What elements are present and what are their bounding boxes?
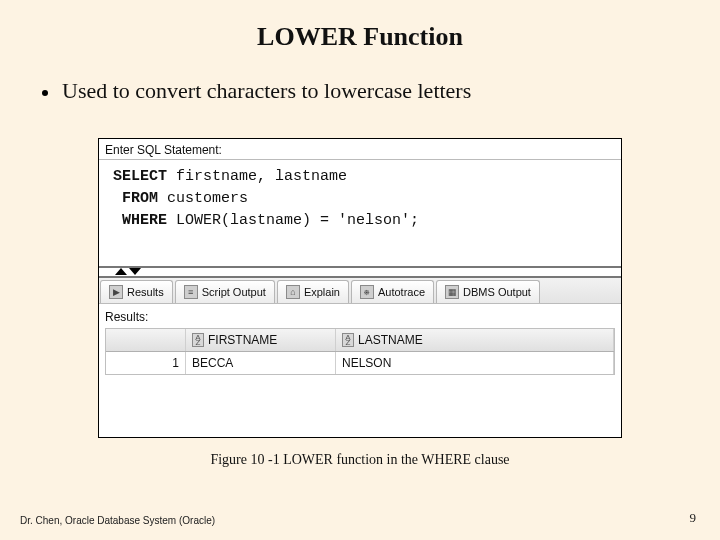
cell-lastname: NELSON: [336, 352, 614, 374]
row-number: 1: [106, 352, 186, 374]
grid-header-lastname[interactable]: AZ LASTNAME: [336, 329, 614, 351]
explain-icon: ⌂: [286, 285, 300, 299]
results-icon: ▶: [109, 285, 123, 299]
table-row[interactable]: 1 BECCA NELSON: [106, 352, 614, 374]
keyword-select: SELECT: [113, 168, 167, 185]
tab-script-output-label: Script Output: [202, 286, 266, 298]
select-columns: firstname, lastname: [167, 168, 347, 185]
footer-credit: Dr. Chen, Oracle Database System (Oracle…: [20, 515, 215, 526]
tab-script-output[interactable]: ≡ Script Output: [175, 280, 275, 303]
dbms-icon: ▦: [445, 285, 459, 299]
from-table: customers: [158, 190, 248, 207]
bullet-dot-icon: [42, 90, 48, 96]
sql-app-window: Enter SQL Statement: SELECT firstname, l…: [98, 138, 622, 438]
tab-dbms-output-label: DBMS Output: [463, 286, 531, 298]
cell-firstname: BECCA: [186, 352, 336, 374]
autotrace-icon: ⎈: [360, 285, 374, 299]
where-expression: LOWER(lastname) = 'nelson';: [167, 212, 419, 229]
bullet-text: Used to convert characters to lowercase …: [62, 78, 471, 103]
tab-explain[interactable]: ⌂ Explain: [277, 280, 349, 303]
column-sort-icon: AZ: [342, 333, 354, 347]
page-number: 9: [690, 510, 697, 526]
splitter-handle[interactable]: [99, 268, 621, 278]
grid-rownum-header: [106, 329, 186, 351]
sql-entry-label: Enter SQL Statement:: [99, 139, 621, 160]
slide-title: LOWER Function: [0, 0, 720, 52]
results-tabbar: ▶ Results ≡ Script Output ⌂ Explain ⎈ Au…: [99, 278, 621, 304]
tab-explain-label: Explain: [304, 286, 340, 298]
tab-results[interactable]: ▶ Results: [100, 280, 173, 303]
results-label: Results:: [99, 304, 621, 328]
bullet-item: Used to convert characters to lowercase …: [42, 78, 720, 104]
results-grid: AZ FIRSTNAME AZ LASTNAME 1 BECCA NELSON: [105, 328, 615, 375]
column-sort-icon: AZ: [192, 333, 204, 347]
grid-header-row: AZ FIRSTNAME AZ LASTNAME: [106, 329, 614, 352]
keyword-where: WHERE: [122, 212, 167, 229]
header-firstname-text: FIRSTNAME: [208, 333, 277, 347]
grid-header-firstname[interactable]: AZ FIRSTNAME: [186, 329, 336, 351]
tab-autotrace-label: Autotrace: [378, 286, 425, 298]
sql-text-area[interactable]: SELECT firstname, lastname FROM customer…: [99, 160, 621, 268]
script-icon: ≡: [184, 285, 198, 299]
figure-caption: Figure 10 -1 LOWER function in the WHERE…: [0, 452, 720, 468]
tab-autotrace[interactable]: ⎈ Autotrace: [351, 280, 434, 303]
header-lastname-text: LASTNAME: [358, 333, 423, 347]
keyword-from: FROM: [122, 190, 158, 207]
tab-dbms-output[interactable]: ▦ DBMS Output: [436, 280, 540, 303]
tab-results-label: Results: [127, 286, 164, 298]
